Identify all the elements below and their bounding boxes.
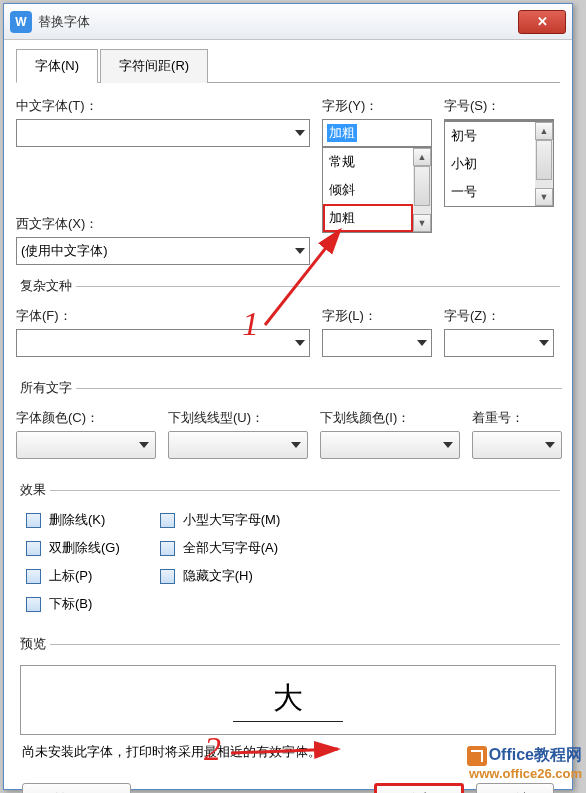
default-button[interactable]: 默认(D)... — [22, 783, 131, 793]
style-option-regular[interactable]: 常规 — [323, 148, 413, 176]
underline-color-drop[interactable] — [320, 431, 460, 459]
chevron-down-icon — [291, 442, 301, 448]
size-scrollbar[interactable]: ▲ ▼ — [535, 122, 553, 206]
checkbox-icon — [26, 597, 41, 612]
label-emphasis: 着重号： — [472, 409, 562, 427]
font-color-drop[interactable] — [16, 431, 156, 459]
size-option-0[interactable]: 初号 — [445, 122, 535, 150]
titlebar[interactable]: W 替换字体 ✕ — [4, 4, 572, 40]
checkbox-icon — [26, 541, 41, 556]
west-font-value: (使用中文字体) — [21, 242, 108, 260]
dialog-body: 字体(N) 字符间距(R) 中文字体(T)： 字形(Y)： 加粗 常规 倾斜 加… — [4, 40, 572, 782]
window-title: 替换字体 — [38, 13, 518, 31]
legend-complex: 复杂文种 — [16, 277, 76, 295]
scroll-thumb[interactable] — [536, 140, 552, 180]
ok-button[interactable]: 确定 — [374, 783, 464, 793]
check-dstrike[interactable]: 双删除线(G) — [26, 539, 120, 557]
scroll-down-icon[interactable]: ▼ — [413, 214, 431, 232]
chevron-down-icon — [539, 340, 549, 346]
app-icon: W — [10, 11, 32, 33]
legend-effects: 效果 — [16, 481, 50, 499]
checkbox-icon — [160, 569, 175, 584]
label-font-color: 字体颜色(C)： — [16, 409, 156, 427]
scroll-up-icon[interactable]: ▲ — [413, 148, 431, 166]
cancel-button[interactable]: 取消 — [476, 783, 554, 793]
group-effects: 效果 删除线(K) 双删除线(G) 上标(P) 下标(B) 小型大写字母(M) … — [16, 481, 560, 623]
label-c-style: 字形(L)： — [322, 307, 432, 325]
check-allcaps[interactable]: 全部大写字母(A) — [160, 539, 281, 557]
tab-font[interactable]: 字体(N) — [16, 49, 98, 83]
legend-preview: 预览 — [16, 635, 50, 653]
checkbox-icon — [26, 569, 41, 584]
chevron-down-icon — [295, 248, 305, 254]
emphasis-drop[interactable] — [472, 431, 562, 459]
label-underline-color: 下划线颜色(I)： — [320, 409, 460, 427]
group-alltext: 所有文字 字体颜色(C)： 下划线线型(U)： 下划线颜色(I)： 着重号： — [16, 379, 562, 469]
label-west-font: 西文字体(X)： — [16, 215, 310, 233]
underline-style-drop[interactable] — [168, 431, 308, 459]
c-size-combo[interactable] — [444, 329, 554, 357]
style-input[interactable]: 加粗 — [322, 119, 432, 147]
dialog-window: W 替换字体 ✕ 字体(N) 字符间距(R) 中文字体(T)： 字形(Y)： 加… — [3, 3, 573, 790]
label-c-font: 字体(F)： — [16, 307, 310, 325]
style-listbox[interactable]: 常规 倾斜 加粗 ▲ ▼ — [322, 147, 432, 233]
button-row: 默认(D)... 确定 取消 — [16, 779, 560, 793]
watermark: Office教程网 www.office26.com — [467, 745, 582, 781]
legend-alltext: 所有文字 — [16, 379, 76, 397]
scroll-thumb[interactable] — [414, 166, 430, 206]
label-size: 字号(S)： — [444, 97, 554, 115]
check-smallcaps[interactable]: 小型大写字母(M) — [160, 511, 281, 529]
scroll-up-icon[interactable]: ▲ — [535, 122, 553, 140]
label-style: 字形(Y)： — [322, 97, 432, 115]
chevron-down-icon — [545, 442, 555, 448]
tab-bar: 字体(N) 字符间距(R) — [16, 48, 560, 83]
size-option-2[interactable]: 一号 — [445, 178, 535, 206]
c-style-combo[interactable] — [322, 329, 432, 357]
preview-box: 大 — [20, 665, 556, 735]
style-option-bold[interactable]: 加粗 — [323, 204, 413, 232]
chevron-down-icon — [443, 442, 453, 448]
watermark-icon — [467, 746, 487, 766]
check-sup[interactable]: 上标(P) — [26, 567, 120, 585]
chevron-down-icon — [417, 340, 427, 346]
label-cn-font: 中文字体(T)： — [16, 97, 310, 115]
group-complex: 复杂文种 字体(F)： 字形(L)： 字号(Z)： — [16, 277, 560, 367]
size-option-1[interactable]: 小初 — [445, 150, 535, 178]
checkbox-icon — [160, 513, 175, 528]
chevron-down-icon — [139, 442, 149, 448]
label-underline-style: 下划线线型(U)： — [168, 409, 308, 427]
chevron-down-icon — [295, 340, 305, 346]
style-scrollbar[interactable]: ▲ ▼ — [413, 148, 431, 232]
chevron-down-icon — [295, 130, 305, 136]
tab-spacing[interactable]: 字符间距(R) — [100, 49, 208, 83]
check-sub[interactable]: 下标(B) — [26, 595, 120, 613]
checkbox-icon — [26, 513, 41, 528]
checkbox-icon — [160, 541, 175, 556]
close-button[interactable]: ✕ — [518, 10, 566, 34]
scroll-down-icon[interactable]: ▼ — [535, 188, 553, 206]
preview-text: 大 — [233, 678, 343, 722]
check-hidden[interactable]: 隐藏文字(H) — [160, 567, 281, 585]
style-option-italic[interactable]: 倾斜 — [323, 176, 413, 204]
west-font-combo[interactable]: (使用中文字体) — [16, 237, 310, 265]
label-c-size: 字号(Z)： — [444, 307, 554, 325]
check-strike[interactable]: 删除线(K) — [26, 511, 120, 529]
size-listbox[interactable]: 初号 小初 一号 ▲ ▼ — [444, 121, 554, 207]
cn-font-combo[interactable] — [16, 119, 310, 147]
c-font-combo[interactable] — [16, 329, 310, 357]
